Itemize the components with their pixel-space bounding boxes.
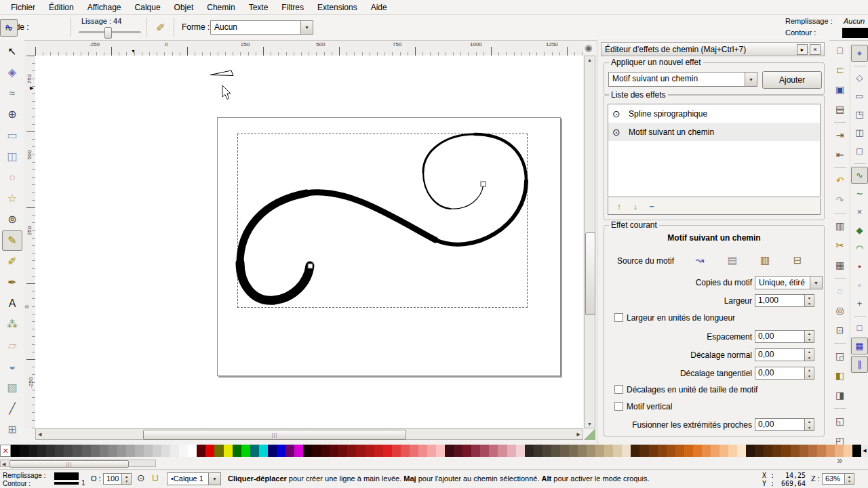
palette-swatch[interactable] <box>100 445 108 457</box>
separator[interactable] <box>834 122 846 123</box>
link-pattern-button[interactable]: ⊟ <box>788 252 807 268</box>
palette-swatch[interactable] <box>489 445 498 457</box>
chevron-down-icon[interactable]: ▼ <box>745 73 757 86</box>
ruler-corner-icon[interactable]: ◉ <box>585 43 592 53</box>
spin-down-icon[interactable]: ▼ <box>845 479 854 485</box>
palette-swatch[interactable] <box>462 445 471 457</box>
palette-swatch[interactable] <box>277 445 285 457</box>
palette-swatch[interactable] <box>711 445 719 457</box>
snap-page-border-toggle[interactable]: □ <box>851 319 868 336</box>
smoothing-slider-thumb[interactable] <box>104 27 112 39</box>
palette-scrollbar-thumb[interactable]: ||| <box>9 460 129 468</box>
palette-swatch[interactable] <box>702 445 711 457</box>
width-spinbox[interactable]: 1,000 ▲▼ <box>755 294 814 307</box>
palette-swatch[interactable] <box>578 445 587 457</box>
scroll-left-icon[interactable]: ◀ <box>38 432 41 437</box>
pattern-copies-select[interactable]: Unique, étiré ▼ <box>755 276 823 289</box>
palette-swatch[interactable] <box>250 445 259 457</box>
remove-effect-button[interactable]: − <box>644 200 660 212</box>
pressure-brush-button[interactable]: ✐ <box>152 19 170 37</box>
vertical-scrollbar[interactable]: ▲ ▼ <box>584 56 595 428</box>
palette-swatch[interactable] <box>852 445 861 457</box>
scroll-up-icon[interactable]: ▲ <box>587 58 592 62</box>
vertical-ruler[interactable]: 7505002500-250 <box>24 56 36 428</box>
lock-button[interactable]: ◧ <box>831 366 849 384</box>
tool-pencil[interactable]: ✎ <box>2 230 22 251</box>
spin-up-icon[interactable]: ▲ <box>845 474 854 479</box>
menu-item[interactable]: Extensions <box>311 1 364 14</box>
layer-select[interactable]: •Calque 1 ▼ <box>167 472 221 485</box>
palette-swatch[interactable] <box>268 445 277 457</box>
zoom-page-button[interactable]: ⊡ <box>831 321 849 339</box>
palette-scrollbar[interactable]: ◀ ||| <box>0 460 156 467</box>
snap-bbox-midpoints-toggle[interactable]: ◫ <box>851 124 868 141</box>
tool-spiral[interactable]: ⊚ <box>2 209 22 230</box>
palette-swatch[interactable] <box>224 445 233 457</box>
palette-swatch[interactable] <box>135 445 144 457</box>
palette-swatch[interactable] <box>604 445 613 457</box>
tool-pen[interactable]: ✐ <box>2 251 22 272</box>
palette-scroll-right-icon[interactable]: ◀ <box>861 445 868 457</box>
stroke-swatch[interactable] <box>54 482 79 485</box>
palette-swatch[interactable] <box>347 445 356 457</box>
scroll-down-icon[interactable]: ▼ <box>587 422 592 426</box>
palette-swatch[interactable] <box>534 445 542 457</box>
palette-swatch[interactable] <box>516 445 525 457</box>
spin-down-icon[interactable]: ▼ <box>805 337 814 343</box>
fuse-ends-value[interactable]: 0,00 <box>755 419 804 430</box>
tool-3dbox[interactable]: ◫ <box>2 146 22 167</box>
palette-swatch[interactable] <box>835 445 844 457</box>
palette-swatch[interactable] <box>241 445 250 457</box>
canvas-viewport[interactable] <box>35 56 583 428</box>
menu-item[interactable]: Objet <box>167 1 201 14</box>
palette-swatch[interactable] <box>73 445 81 457</box>
palette-swatch[interactable] <box>233 445 241 457</box>
opacity-value[interactable]: 100 <box>104 474 121 484</box>
palette-swatch[interactable] <box>427 445 436 457</box>
palette-swatch[interactable] <box>11 445 20 457</box>
palette-swatch[interactable] <box>383 445 392 457</box>
spin-down-icon[interactable]: ▼ <box>805 355 814 361</box>
separator[interactable] <box>834 213 846 214</box>
cut-button[interactable]: ✂ <box>831 236 849 254</box>
tool-text[interactable]: A <box>2 293 22 314</box>
normal-offset-spinbox[interactable]: 0,00 ▲▼ <box>755 348 814 361</box>
visibility-eye-icon[interactable]: ⊙ <box>612 108 629 119</box>
palette-swatch[interactable] <box>649 445 658 457</box>
tool-dropper[interactable]: ╱ <box>2 399 22 419</box>
palette-swatch[interactable] <box>418 445 427 457</box>
palette-scroll-left-icon[interactable]: ◀ <box>2 462 5 467</box>
snap-object-centers-toggle[interactable]: ◦ <box>851 277 868 293</box>
palette-swatch[interactable] <box>613 445 622 457</box>
fill-indicator-value[interactable]: Aucun <box>844 17 865 25</box>
tool-bucket[interactable]: ◒ <box>2 357 22 377</box>
palette-swatch[interactable] <box>161 445 170 457</box>
palette-swatch[interactable] <box>153 445 161 457</box>
tool-tweak[interactable]: ≈ <box>2 83 22 104</box>
edit-pattern-on-canvas-button[interactable]: ↝ <box>690 252 709 268</box>
tool-connector[interactable]: ⊞ <box>2 420 22 440</box>
menu-item[interactable]: Aide <box>364 1 394 14</box>
duplicate-button[interactable]: ◲ <box>831 346 849 365</box>
palette-swatch[interactable] <box>569 445 578 457</box>
spin-down-icon[interactable]: ▼ <box>805 373 814 380</box>
palette-swatch[interactable] <box>312 445 321 457</box>
open-document-button[interactable]: ⊏ <box>831 60 849 79</box>
zoom-value[interactable]: 63% <box>823 474 844 484</box>
snap-cusp-nodes-toggle[interactable]: ◆ <box>851 222 868 239</box>
palette-swatch[interactable] <box>454 445 462 457</box>
palette-swatch[interactable] <box>781 445 790 457</box>
opacity-spinbox[interactable]: 100 ▲▼ <box>103 473 132 485</box>
palette-swatch[interactable] <box>800 445 808 457</box>
undo-button[interactable]: ↶ <box>831 171 849 189</box>
palette-swatch[interactable] <box>64 445 73 457</box>
horizontal-scrollbar-thumb[interactable]: ||| <box>143 430 406 440</box>
palette-swatch[interactable] <box>719 445 728 457</box>
palette-swatch[interactable] <box>844 445 852 457</box>
move-effect-up-button[interactable]: ↑ <box>611 200 627 212</box>
palette-swatch[interactable] <box>746 445 755 457</box>
palette-swatch[interactable] <box>144 445 153 457</box>
palette-swatch[interactable] <box>330 445 338 457</box>
close-icon[interactable]: × <box>810 44 821 55</box>
palette-swatch[interactable] <box>808 445 817 457</box>
